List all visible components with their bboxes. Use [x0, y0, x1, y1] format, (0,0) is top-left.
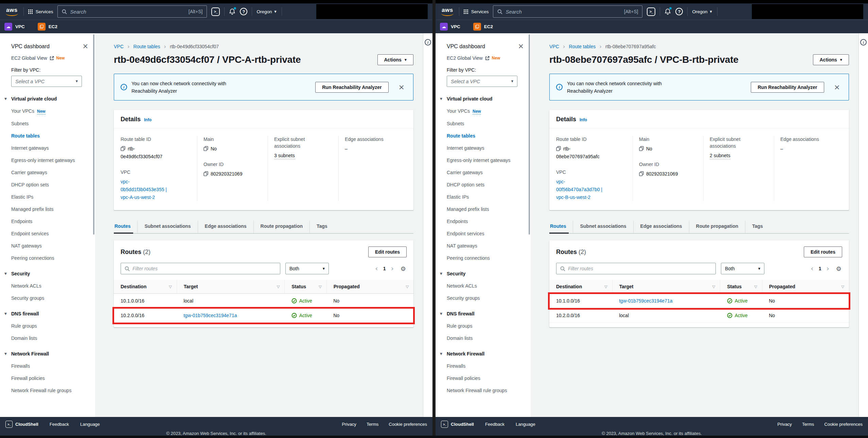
favorite-ec2[interactable]: EC2 [473, 23, 493, 31]
sidebar-item[interactable]: Peering connections [11, 254, 78, 262]
sidebar-item[interactable]: Firewall policies [447, 375, 513, 382]
window-divider[interactable] [432, 0, 436, 438]
filter-routes-field[interactable] [556, 263, 716, 274]
sidebar-item[interactable]: Endpoint services [447, 230, 513, 237]
help-button[interactable]: ? [240, 8, 247, 15]
info-panel-toggle-icon[interactable]: i [860, 39, 867, 45]
route-row[interactable]: 10.1.0.0/16 tgw-01b759cec3194e71a Active… [549, 294, 849, 308]
global-search[interactable]: [Alt+S] [493, 5, 642, 18]
sidebar-item[interactable]: Subnets [11, 120, 78, 127]
column-filter-icon[interactable]: ▽ [754, 285, 757, 289]
copy-icon[interactable] [203, 146, 208, 151]
region-selector[interactable]: Oregon ▼ [692, 9, 712, 14]
breadcrumb-vpc[interactable]: VPC [114, 44, 124, 49]
services-menu-button[interactable]: Services [28, 9, 53, 14]
next-page-icon[interactable]: › [391, 266, 393, 272]
sidebar-item[interactable]: Endpoints [11, 218, 78, 225]
footer-terms[interactable]: Terms [367, 422, 378, 427]
sidebar-item[interactable]: Network Firewall rule groups [11, 387, 78, 394]
route-scope-select[interactable]: Both ▼ [285, 263, 329, 274]
aws-logo[interactable]: aws [440, 7, 455, 16]
tab[interactable]: Edge associations [633, 220, 689, 233]
actions-button[interactable]: Actions ▼ [377, 54, 414, 65]
sidebar-item[interactable]: Managed prefix lists [11, 205, 78, 213]
notifications-button[interactable] [665, 8, 671, 15]
sidebar-item[interactable]: Network Firewall rule groups [447, 387, 513, 394]
vpc-link[interactable]: vpc-0b5dd1f3b0453e355 | vpc-A-us-west-2 [121, 178, 169, 201]
sidebar-scrollbar[interactable] [529, 34, 530, 235]
sidebar-item[interactable]: Domain lists [11, 334, 78, 342]
route-target[interactable]: tgw-01b759cec3194e71a [183, 313, 237, 318]
gear-icon[interactable]: ⚙ [836, 265, 842, 272]
sidebar-item[interactable]: Carrier gateways [447, 169, 513, 176]
tab[interactable]: Routes [114, 220, 137, 233]
aws-logo[interactable]: aws [5, 7, 19, 16]
filter-routes-input[interactable] [132, 266, 276, 271]
sidebar-item[interactable]: Egress-only internet gateways [447, 157, 513, 164]
close-icon[interactable]: × [398, 83, 405, 91]
vpc-link[interactable]: vpc-00f56b470a7a3d7b0 | vpc-B-us-west-2 [556, 178, 605, 201]
column-filter-icon[interactable]: ▽ [842, 285, 844, 289]
sidebar-item[interactable]: Your VPCsNew [447, 107, 513, 115]
next-page-icon[interactable]: › [826, 266, 829, 272]
vpc-filter-select[interactable]: Select a VPC ▼ [11, 76, 82, 87]
copy-icon[interactable] [556, 146, 561, 151]
tab[interactable]: Route propagation [253, 220, 309, 233]
column-filter-icon[interactable]: ▽ [712, 285, 715, 289]
global-search[interactable]: [Alt+S] [57, 5, 207, 18]
sidebar-section-header[interactable]: ▼Virtual private cloud [447, 96, 524, 102]
sidebar-item[interactable]: Rule groups [447, 322, 513, 330]
sidebar-item[interactable]: Carrier gateways [11, 169, 78, 176]
route-target[interactable]: tgw-01b759cec3194e71a [619, 298, 672, 304]
close-icon[interactable]: × [82, 43, 88, 49]
sidebar-item[interactable]: Internet gateways [447, 144, 513, 152]
subnet-associations-link[interactable]: 2 subnets [710, 153, 730, 159]
tab[interactable]: Subnet associations [573, 220, 633, 233]
help-button[interactable]: ? [675, 8, 683, 15]
run-reachability-analyzer-button[interactable]: Run Reachability Analyzer [315, 82, 388, 93]
favorite-vpc[interactable]: ☁ VPC [440, 23, 460, 31]
breadcrumb-route-tables[interactable]: Route tables [134, 44, 160, 49]
tab[interactable]: Routes [549, 220, 573, 233]
filter-routes-input[interactable] [568, 266, 712, 271]
footer-privacy[interactable]: Privacy [777, 422, 792, 427]
breadcrumb-vpc[interactable]: VPC [549, 44, 559, 49]
sidebar-item[interactable]: DHCP option sets [447, 181, 513, 188]
sidebar-item[interactable]: Internet gateways [11, 144, 78, 152]
sidebar-item-ec2-global-view[interactable]: EC2 Global View New [11, 55, 88, 61]
region-selector[interactable]: Oregon ▼ [256, 9, 276, 14]
footer-feedback[interactable]: Feedback [485, 422, 504, 427]
close-icon[interactable]: × [834, 83, 840, 91]
cloudshell-icon[interactable]: >_ [647, 7, 655, 16]
tab[interactable]: Tags [745, 220, 770, 233]
sidebar-item[interactable]: Endpoints [447, 218, 513, 225]
sidebar-item-ec2-global-view[interactable]: EC2 Global View New [447, 55, 524, 61]
column-filter-icon[interactable]: ▽ [169, 285, 172, 289]
footer-cookie-preferences[interactable]: Cookie preferences [389, 422, 427, 427]
filter-routes-field[interactable] [121, 263, 280, 274]
sidebar-section-header[interactable]: ▼Virtual private cloud [11, 96, 88, 102]
breadcrumb-route-tables[interactable]: Route tables [569, 44, 596, 49]
vpc-filter-select[interactable]: Select a VPC ▼ [447, 76, 517, 87]
footer-cloudshell[interactable]: >_ CloudShell [441, 421, 474, 428]
sidebar-section-header[interactable]: ▼Network Firewall [447, 351, 524, 357]
edit-routes-button[interactable]: Edit routes [804, 247, 842, 257]
sidebar-item[interactable]: Firewalls [447, 362, 513, 370]
actions-button[interactable]: Actions ▼ [813, 54, 849, 65]
footer-privacy[interactable]: Privacy [342, 422, 356, 427]
route-target[interactable]: local [619, 313, 629, 318]
sidebar-section-header[interactable]: ▼Network Firewall [11, 351, 88, 357]
sidebar-section-header[interactable]: ▼DNS firewall [11, 311, 88, 316]
sidebar-section-header[interactable]: ▼Security [447, 271, 524, 276]
sidebar-item[interactable]: Route tables [11, 132, 78, 140]
close-icon[interactable]: × [518, 43, 524, 49]
column-filter-icon[interactable]: ▽ [406, 285, 409, 289]
info-link[interactable]: Info [144, 117, 152, 122]
sidebar-item[interactable]: Elastic IPs [11, 193, 78, 201]
footer-cloudshell[interactable]: >_ CloudShell [5, 421, 38, 428]
route-row[interactable]: 10.1.0.0/16 local Active No [114, 294, 413, 308]
tab[interactable]: Subnet associations [137, 220, 197, 233]
sidebar-item[interactable]: DHCP option sets [11, 181, 78, 188]
search-input[interactable] [506, 9, 621, 15]
favorite-vpc[interactable]: ☁ VPC [4, 23, 25, 31]
